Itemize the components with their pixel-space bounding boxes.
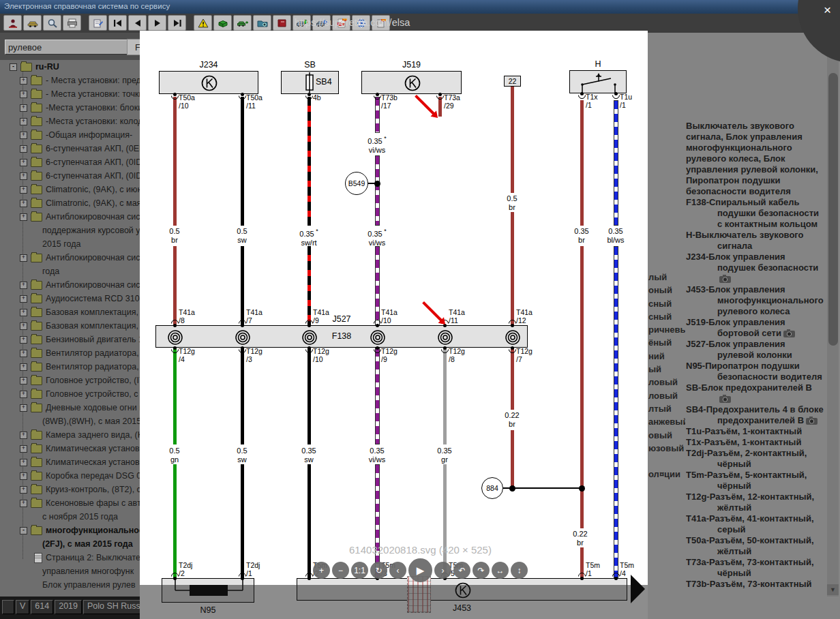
tree-item[interactable]: +-Места установки: блоки у [0,101,140,115]
expand-icon[interactable]: + [20,132,27,139]
tree-item[interactable]: +Дневные ходовые огни и п [0,401,140,414]
tree-item-continuation[interactable]: с ноября 2015 года [0,510,140,524]
tree-item-page[interactable]: Страница 2: Выключате [0,551,140,564]
tree-item[interactable]: -многофункциональное р [0,524,140,537]
tree-item-continuation[interactable]: поддержания курсовой ус [0,224,140,237]
scrollbar-thumb[interactable] [828,73,838,346]
tree-item[interactable]: +Базовая комплектация, с [0,305,140,319]
tree-item[interactable]: +Вентилятор радиатора, с [0,360,140,374]
rotate-right-button[interactable]: ↷ [472,562,490,579]
tree-item[interactable]: +6-ступенчатая АКП, (0ER) [0,142,140,155]
tree-item[interactable]: +6-ступенчатая АКП, (0ID), [0,155,140,169]
tree-item-continuation[interactable]: (8WB),(8WH), с мая 2015 г [0,414,140,428]
parts-icon[interactable] [213,15,232,31]
manual-icon[interactable] [273,15,291,31]
expand-icon[interactable]: + [20,91,27,98]
tree-item[interactable]: +Аудиосистема RCD 310, с [0,292,140,305]
play-button[interactable]: ▶ [408,558,432,582]
tree-item[interactable]: +Антиблокировочная систе [0,278,140,292]
zoom-in-button[interactable]: + [313,562,330,579]
expand-icon[interactable]: + [20,336,27,344]
camera-icon[interactable] [719,275,731,283]
warning-icon[interactable] [194,15,212,31]
prev-button[interactable]: ‹ [389,562,406,579]
expand-icon[interactable]: + [20,77,27,85]
tree-item[interactable]: +-Общая информация- [0,128,140,142]
tree-item[interactable]: +Климатическая установка [0,455,140,469]
rotate-left-button[interactable]: ↶ [453,562,470,579]
expand-icon[interactable]: + [20,472,27,480]
next-page-arrow-icon[interactable] [631,575,645,603]
tree-item[interactable]: +6-ступенчатая АКП, (0ID), [0,169,140,183]
tree-item[interactable]: +Ксеноновые фары с автом [0,496,140,510]
tree-item[interactable]: +Антиблокировочная систе [0,251,140,265]
expand-icon[interactable]: + [20,118,27,125]
expand-icon[interactable]: + [20,363,27,371]
tree-item-continuation[interactable]: (2FJ), с мая 2015 года [0,537,140,551]
tree-item-continuation[interactable]: года [0,265,140,278]
tree-item[interactable]: +- Места установки: точки с [0,87,140,101]
expand-icon[interactable]: + [20,282,27,289]
vehicle-out-icon[interactable] [233,15,252,31]
one-to-one-button[interactable]: 1:1 [351,562,368,579]
workshop-icon[interactable] [253,15,271,31]
tree-item[interactable]: +Бензиновый двигатель 1,6 [0,333,140,346]
expand-icon[interactable]: + [20,159,27,166]
expand-icon[interactable]: + [20,213,27,221]
expand-icon[interactable]: + [20,254,27,262]
tree-item[interactable]: +Climatronic, (9AK), с июня [0,183,140,196]
search-button[interactable]: F [127,39,140,55]
next-button[interactable]: › [434,562,451,579]
tree-item-continuation[interactable]: Блок управления рулев [0,578,140,592]
expand-icon[interactable]: + [20,145,27,153]
tree-item[interactable]: +Головное устройство, (I7E [0,374,140,387]
print-icon[interactable] [63,15,81,31]
zoom-out-button[interactable]: − [332,562,349,579]
camera-icon[interactable] [806,417,817,425]
close-icon[interactable]: × [824,3,831,18]
tree-item[interactable]: +Головное устройство, с ма [0,387,140,401]
expand-icon[interactable]: + [20,404,27,412]
tree-item[interactable]: +Коробка передач DSG 0A [0,469,140,483]
tree-root[interactable]: -ru-RU [0,60,140,74]
tree-item[interactable]: +Круиз-контроль, (8T2), с м [0,483,140,496]
expand-icon[interactable]: + [20,295,27,303]
collapse-icon[interactable]: - [20,527,27,534]
tree-item[interactable]: +Вентилятор радиатора, с [0,346,140,360]
expand-icon[interactable]: + [20,500,27,507]
expand-icon[interactable]: + [20,104,27,112]
edit-icon[interactable] [89,15,107,31]
expand-icon[interactable]: + [20,309,27,316]
search-input[interactable] [5,40,127,55]
search-icon[interactable] [43,15,61,31]
expand-icon[interactable]: + [20,377,27,384]
exit-icon[interactable] [3,15,22,31]
tree-item[interactable]: +Базовая комплектация, с [0,319,140,333]
last-icon[interactable] [168,15,186,31]
tree-item[interactable]: +-Места установки: колодки [0,115,140,128]
vehicle-icon[interactable] [23,15,42,31]
tree-item[interactable]: +Climatronic, (9AK), с мая 2 [0,196,140,210]
tree-item[interactable]: +Климатическая установка [0,442,140,455]
camera-icon[interactable] [719,395,731,403]
expand-icon[interactable]: + [20,445,27,453]
reset-button[interactable]: ↻ [370,562,387,579]
next-icon[interactable] [148,15,166,31]
first-icon[interactable] [108,15,127,31]
expand-icon[interactable]: + [20,391,27,398]
prev-icon[interactable] [128,15,147,31]
expand-icon[interactable]: + [20,432,27,439]
tree-item[interactable]: +- Места установки: предох [0,74,140,87]
camera-icon[interactable] [783,329,795,337]
expand-icon[interactable]: + [20,486,27,494]
flip-vertical-button[interactable]: ↕ [511,562,528,579]
scroll-down-icon[interactable]: ▼ [827,584,839,595]
tree-item[interactable]: +Камера заднего вида, (KA [0,428,140,442]
expand-icon[interactable]: + [20,322,27,330]
expand-icon[interactable]: + [20,186,27,194]
expand-icon[interactable]: + [20,459,27,466]
expand-icon[interactable]: + [20,200,27,207]
tree-item-continuation[interactable]: управления многофунк [0,564,140,578]
expand-icon[interactable]: + [20,350,27,357]
flip-horizontal-button[interactable]: ↔ [492,562,509,579]
